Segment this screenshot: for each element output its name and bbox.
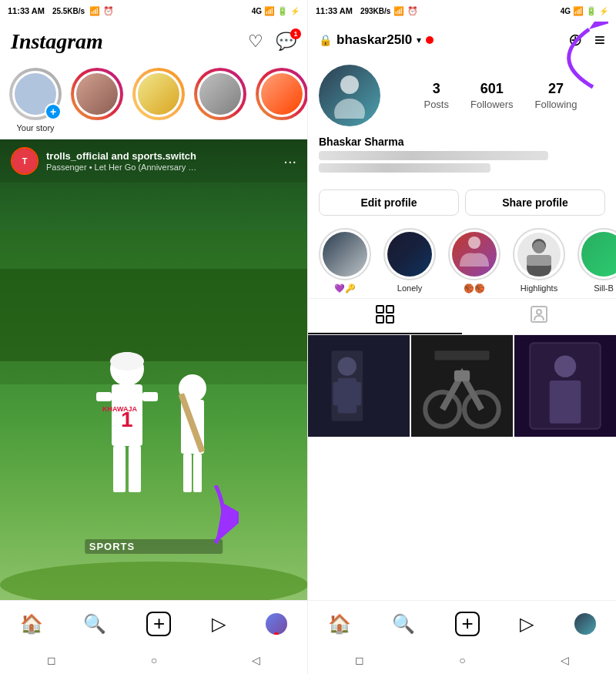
android-circle-btn-right[interactable]: ○: [459, 654, 465, 666]
story-item-2[interactable]: [132, 68, 185, 123]
svg-rect-37: [333, 382, 342, 405]
signal-bars-left: 📶: [264, 6, 275, 16]
instagram-logo: Instagram: [11, 29, 103, 54]
profile-username: bhaskar25l0: [336, 32, 412, 48]
add-nav-right[interactable]: +: [455, 612, 480, 636]
tagged-tab[interactable]: [462, 299, 616, 334]
post-avatar-inner: T: [12, 149, 37, 173]
post-area: T trolls_official and sports.switch Pass…: [0, 139, 307, 600]
profile-avatar[interactable]: [319, 65, 380, 126]
search-nav-right[interactable]: 🔍: [392, 613, 415, 635]
photo-grid: [308, 335, 616, 600]
stories-row[interactable]: + Your story: [0, 62, 307, 139]
highlights-row[interactable]: 💜🔑 Lonely 🏀🏀: [308, 223, 616, 298]
android-nav-left: ◻ ○ ◁: [0, 646, 307, 674]
post-avatar: T: [11, 147, 38, 175]
avatar-svg: [330, 72, 369, 119]
android-square-btn-right[interactable]: ◻: [355, 654, 364, 666]
svg-point-21: [468, 236, 480, 249]
right-panel: 11:33 AM 293KB/s 📶 ⏰ 4G 📶 🔋 ⚡ 🔒 bhaskar2…: [308, 0, 616, 674]
arrow-svg-left: [192, 485, 239, 547]
home-nav-button[interactable]: 🏠: [20, 613, 43, 635]
highlight-item-3[interactable]: 🏀🏀: [448, 228, 500, 293]
highlight-2-avatar: [387, 232, 432, 277]
messenger-button[interactable]: 💬 1: [276, 32, 296, 52]
header-action-icons: ♡ 💬 1: [248, 32, 296, 52]
followers-stat[interactable]: 601 Followers: [470, 81, 514, 110]
notification-badge: 1: [290, 29, 301, 39]
android-circle-btn[interactable]: ○: [151, 654, 157, 666]
story-2-ring: [132, 68, 185, 120]
posts-label: Posts: [424, 99, 449, 110]
following-label: Following: [535, 99, 578, 110]
photo-cell-3[interactable]: [514, 335, 616, 437]
followers-count: 601: [480, 81, 504, 97]
posts-stat[interactable]: 3 Posts: [424, 81, 449, 110]
highlight-item-2[interactable]: Lonely: [383, 228, 436, 293]
right-data-speed: 293KB/s: [360, 7, 390, 15]
followers-label: Followers: [470, 99, 514, 110]
story-2-img: [138, 73, 179, 115]
svg-rect-6: [96, 392, 112, 401]
profile-nav-button[interactable]: [266, 613, 287, 635]
android-back-btn-right[interactable]: ◁: [561, 654, 569, 666]
post-username: trolls_official and sports.switch: [46, 150, 283, 162]
search-nav-button[interactable]: 🔍: [83, 613, 106, 635]
highlight-1-ring: [319, 228, 371, 280]
dropdown-icon[interactable]: ▾: [417, 35, 421, 45]
your-story-avatar-wrap: +: [9, 68, 62, 120]
add-nav-button[interactable]: +: [146, 612, 171, 636]
profile-nav-right[interactable]: [574, 613, 596, 635]
svg-rect-7: [142, 392, 158, 401]
highlight-item-5[interactable]: Sill-B: [578, 228, 616, 293]
right-alarm: ⏰: [407, 6, 418, 16]
svg-point-20: [334, 99, 365, 119]
story-3-ring: [194, 68, 246, 120]
highlight-4-ring: [513, 228, 565, 280]
grid-tab[interactable]: [308, 299, 462, 334]
right-status-right: 4G 📶 🔋 ⚡: [561, 6, 608, 16]
highlight-3-svg: [452, 232, 497, 277]
photo-2-svg: [411, 335, 513, 437]
story-item-1[interactable]: [71, 68, 123, 123]
story-3-wrap: [194, 68, 246, 120]
highlight-3-avatar: [452, 232, 497, 277]
reels-nav-right[interactable]: ▷: [520, 613, 534, 635]
bottom-nav-right: 🏠 🔍 + ▷: [308, 600, 616, 646]
time-left: 11:33 AM: [8, 6, 45, 15]
home-nav-right[interactable]: 🏠: [328, 613, 351, 635]
highlight-item-4[interactable]: Highlights: [513, 228, 565, 293]
purple-arrow-left: [192, 485, 239, 550]
story-item-3[interactable]: [194, 68, 246, 123]
highlight-4-svg: [517, 232, 561, 277]
left-panel: 11:33 AM 25.5KB/s 📶 ⏰ 4G 📶 🔋 ⚡ Instagram…: [0, 0, 308, 674]
your-story-item[interactable]: + Your story: [9, 68, 62, 132]
photo-cell-1[interactable]: [308, 335, 410, 437]
story-1-img: [76, 73, 118, 115]
post-more-button[interactable]: ···: [283, 153, 296, 170]
right-status-left: 11:33 AM 293KB/s 📶 ⏰: [316, 6, 418, 16]
story-4-wrap: [256, 68, 307, 120]
android-back-btn[interactable]: ◁: [252, 654, 260, 666]
reels-nav-button[interactable]: ▷: [212, 613, 226, 635]
status-icons-left-right: 4G 📶 🔋 ⚡: [252, 6, 300, 16]
story-1-ring: [71, 68, 123, 120]
share-profile-button[interactable]: Share profile: [465, 189, 605, 216]
svg-point-0: [0, 562, 307, 600]
android-square-btn[interactable]: ◻: [47, 654, 56, 666]
highlight-5-ring: [578, 228, 616, 280]
story-2-avatar: [136, 71, 182, 117]
edit-profile-button[interactable]: Edit profile: [319, 189, 459, 216]
reels-icon-right: ▷: [520, 613, 534, 634]
highlight-item-1[interactable]: 💜🔑: [319, 228, 371, 293]
svg-rect-42: [454, 371, 470, 381]
post-song: Passenger • Let Her Go (Anniversary Edit…: [46, 163, 200, 172]
highlight-1-label: 💜🔑: [334, 283, 356, 293]
photo-cell-2[interactable]: [411, 335, 513, 437]
highlight-5-avatar: [581, 232, 616, 277]
story-4-img: [261, 73, 303, 115]
add-story-button[interactable]: +: [45, 103, 62, 120]
story-item-4[interactable]: [256, 68, 307, 123]
heart-button[interactable]: ♡: [248, 32, 263, 52]
add-icon: +: [153, 612, 165, 635]
